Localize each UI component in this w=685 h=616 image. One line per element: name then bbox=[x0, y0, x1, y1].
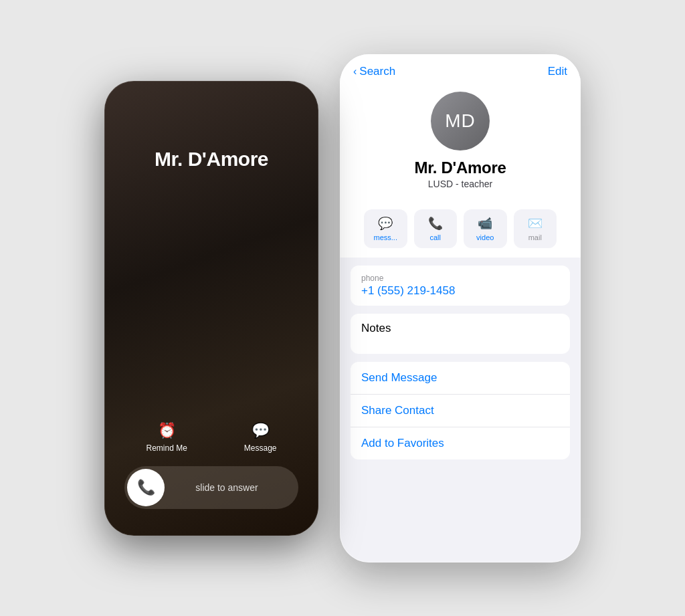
remind-me-button[interactable]: ⏰ Remind Me bbox=[146, 422, 187, 453]
remind-me-icon: ⏰ bbox=[158, 422, 176, 439]
avatar-section: MD Mr. D'Amore LUSD - teacher bbox=[353, 84, 567, 200]
caller-name: Mr. D'Amore bbox=[155, 148, 268, 171]
message-action-icon: 💬 bbox=[378, 216, 393, 231]
message-icon: 💬 bbox=[252, 422, 270, 439]
slide-to-answer[interactable]: 📞 slide to answer bbox=[124, 466, 298, 509]
call-action-label: call bbox=[429, 233, 441, 241]
call-action-buttons: ⏰ Remind Me 💬 Message bbox=[118, 422, 305, 453]
mail-action-icon: ✉️ bbox=[528, 216, 543, 231]
message-action-label: mess... bbox=[374, 233, 397, 241]
call-action-button[interactable]: 📞 call bbox=[414, 209, 458, 248]
notes-label: Notes bbox=[361, 322, 559, 335]
video-action-label: video bbox=[476, 233, 494, 241]
contact-subtitle: LUSD - teacher bbox=[428, 179, 492, 189]
contact-name: Mr. D'Amore bbox=[414, 159, 506, 177]
chevron-left-icon: ‹ bbox=[353, 66, 357, 78]
call-action-icon: 📞 bbox=[428, 216, 443, 231]
contact-action-buttons: 💬 mess... 📞 call 📹 video ✉️ mail bbox=[353, 200, 567, 258]
incoming-call-screen: Mr. D'Amore ⏰ Remind Me 💬 Message 📞 slid… bbox=[104, 81, 318, 536]
notes-card: Notes bbox=[351, 314, 570, 354]
answer-phone-icon: 📞 bbox=[137, 479, 155, 496]
answer-circle[interactable]: 📞 bbox=[127, 469, 165, 506]
navigation-bar: ‹ Search Edit bbox=[353, 65, 567, 84]
message-action-button[interactable]: 💬 mess... bbox=[364, 209, 407, 248]
contact-header: ‹ Search Edit MD Mr. D'Amore LUSD - teac… bbox=[340, 54, 581, 258]
remind-me-label: Remind Me bbox=[146, 443, 187, 453]
phone-value[interactable]: +1 (555) 219-1458 bbox=[361, 284, 559, 298]
video-action-icon: 📹 bbox=[478, 216, 492, 231]
share-contact-link[interactable]: Share Contact bbox=[351, 395, 570, 427]
contact-body: phone +1 (555) 219-1458 Notes Send Messa… bbox=[340, 258, 581, 562]
phone-label: phone bbox=[361, 274, 559, 283]
message-label: Message bbox=[244, 443, 277, 453]
mail-action-button[interactable]: ✉️ mail bbox=[514, 209, 557, 248]
back-button[interactable]: ‹ Search bbox=[353, 65, 395, 78]
avatar-initials: MD bbox=[445, 110, 476, 132]
mail-action-label: mail bbox=[528, 233, 542, 241]
send-message-link[interactable]: Send Message bbox=[351, 362, 570, 395]
add-to-favorites-link[interactable]: Add to Favorites bbox=[351, 427, 570, 459]
video-action-button[interactable]: 📹 video bbox=[464, 209, 507, 248]
back-label: Search bbox=[359, 65, 395, 78]
slide-to-answer-text: slide to answer bbox=[165, 482, 296, 493]
avatar: MD bbox=[431, 92, 490, 150]
contact-links: Send Message Share Contact Add to Favori… bbox=[351, 362, 570, 459]
message-button[interactable]: 💬 Message bbox=[244, 422, 277, 453]
phone-info-card: phone +1 (555) 219-1458 bbox=[351, 266, 570, 306]
contact-detail-screen: ‹ Search Edit MD Mr. D'Amore LUSD - teac… bbox=[340, 54, 581, 562]
edit-button[interactable]: Edit bbox=[548, 65, 567, 78]
